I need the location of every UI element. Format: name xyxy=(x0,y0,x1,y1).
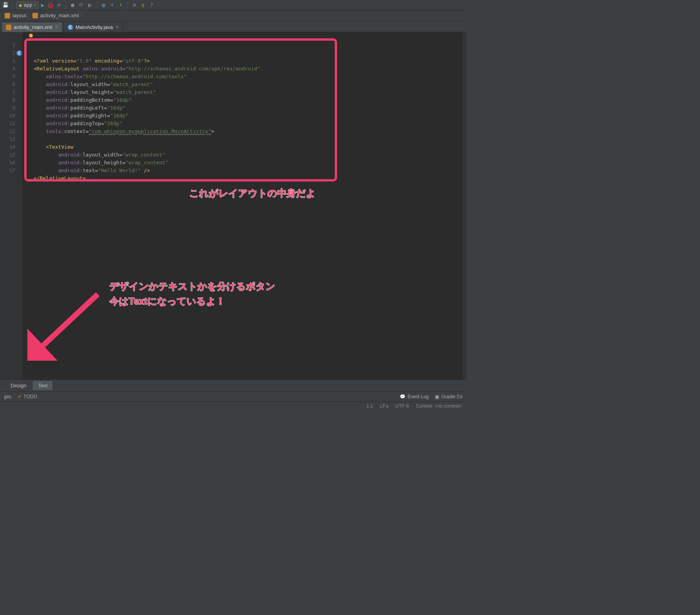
line-number: 1 xyxy=(0,41,22,49)
separator xyxy=(12,2,13,9)
code-token: context= xyxy=(64,128,89,134)
gradle-console-tool[interactable]: ▣ Gradle Co xyxy=(435,394,463,399)
code-token: encoding= xyxy=(92,58,122,64)
breadcrumb-item-layout[interactable]: layout xyxy=(2,12,30,19)
caret-position[interactable]: 1:1 xyxy=(366,403,373,409)
code-token: layout_height= xyxy=(70,89,113,95)
code-token: "16dp" xyxy=(110,113,129,119)
stop-icon[interactable]: ■ xyxy=(70,2,76,8)
code-token: "http://schemas.android.com/tools" xyxy=(83,74,187,79)
breadcrumb: layout activity_main.xml xyxy=(0,10,467,21)
help-icon[interactable]: ? xyxy=(149,2,155,8)
code-token: paddingRight= xyxy=(70,113,110,119)
editor-tab-mainactivity[interactable]: C MainActivity.java ✕ xyxy=(63,22,123,32)
code-token: paddingLeft= xyxy=(70,105,107,111)
code-token: layout_width= xyxy=(83,152,122,158)
todo-tool[interactable]: ✔ TODO xyxy=(18,394,37,399)
run-icon[interactable]: ▶ xyxy=(41,2,44,8)
context-indicator[interactable]: Context: <no context> xyxy=(416,403,462,409)
line-number: 15 xyxy=(0,151,22,159)
folder-icon xyxy=(5,13,10,18)
code-token: android: xyxy=(58,160,83,165)
code-token: "16dp" xyxy=(113,97,132,103)
separator xyxy=(66,2,66,9)
avd-manager-icon[interactable]: ▥ xyxy=(101,2,107,8)
project-structure-icon[interactable]: ⚙ xyxy=(131,2,138,8)
editor-tab-label: MainActivity.java xyxy=(75,24,113,30)
layout-inspector-icon[interactable]: ⬇ xyxy=(118,2,124,8)
code-token: "wrap_content" xyxy=(122,152,165,158)
code-token: /> xyxy=(141,167,150,173)
event-log-tool[interactable]: 💬 Event Log xyxy=(400,394,429,399)
tool-label: Event Log xyxy=(407,394,429,399)
code-token: layout_width= xyxy=(70,81,110,87)
messages-tool[interactable]: ges xyxy=(4,394,11,399)
android-icon: ◆ xyxy=(19,2,22,8)
run-config-label: app xyxy=(23,2,32,8)
java-class-icon: C xyxy=(68,25,73,30)
code-editor[interactable]: 1 2 3 4 5 6 7 8 9 10 11 12 13 14 15 16 1… xyxy=(0,32,467,379)
code-token: xmlns:tools= xyxy=(46,74,83,79)
code-token: android: xyxy=(58,167,83,173)
separator xyxy=(127,2,128,9)
line-number: 17 xyxy=(0,167,22,174)
code-token: xmlns:android= xyxy=(83,66,126,72)
debug-icon[interactable]: 🐞 xyxy=(47,2,54,8)
text-tab[interactable]: Text xyxy=(32,380,53,391)
code-token: "16dp" xyxy=(104,120,122,126)
line-number: 10 xyxy=(0,112,22,120)
line-number: 6 xyxy=(0,81,22,88)
sync-icon[interactable]: ⟳ xyxy=(78,2,84,8)
code-token: android: xyxy=(46,120,70,126)
todo-icon: ✔ xyxy=(18,394,22,399)
code-token: "http://schemas.android.com/apk/res/andr… xyxy=(126,66,260,72)
line-number: 13 xyxy=(0,135,22,143)
warning-icon[interactable] xyxy=(29,34,33,38)
code-area[interactable]: <?xml version="1.0" encoding="utf-8"?> <… xyxy=(23,32,462,379)
editor-tab-label: activity_main.xml xyxy=(14,24,52,30)
error-stripe[interactable] xyxy=(462,32,467,379)
code-token: "com.whispon.myapplication.MainActivity" xyxy=(89,128,211,134)
code-token: android: xyxy=(46,97,70,103)
code-token: "match_parent" xyxy=(113,89,156,95)
code-token: android: xyxy=(46,105,70,111)
code-token: "match_parent" xyxy=(110,81,153,87)
sdk-manager-icon[interactable]: ⬇ xyxy=(109,2,115,8)
tool-window-bar: ges ✔ TODO 💬 Event Log ▣ Gradle Co xyxy=(0,391,467,401)
xml-file-icon xyxy=(32,13,38,18)
run-config-selector[interactable]: ◆ app ▾ xyxy=(16,1,39,9)
breadcrumb-item-file[interactable]: activity_main.xml xyxy=(30,12,83,19)
tool-label: ges xyxy=(4,394,11,399)
line-number: 5 xyxy=(0,73,22,81)
attach-icon[interactable]: ⇉ xyxy=(56,2,62,8)
close-icon[interactable]: ✕ xyxy=(55,25,58,30)
line-number: 8 xyxy=(0,96,22,104)
code-token: android: xyxy=(58,152,83,158)
device-manager-icon[interactable]: ▯ xyxy=(140,2,146,8)
editor-tab-bar: activity_main.xml ✕ C MainActivity.java … xyxy=(0,21,467,32)
line-number: 3 xyxy=(0,57,22,65)
code-token: android: xyxy=(46,81,70,87)
close-icon[interactable]: ✕ xyxy=(115,25,119,30)
line-number: 12 xyxy=(0,128,22,135)
main-toolbar: 💾 ◆ app ▾ ▶ 🐞 ⇉ ■ ⟳ ◧ ▥ ⬇ ⬇ ⚙ ▯ ? xyxy=(0,0,467,10)
code-token: text= xyxy=(83,167,98,173)
line-number: 9 xyxy=(0,104,22,112)
code-token: <?xml version= xyxy=(34,58,77,64)
code-token: ?> xyxy=(144,58,150,64)
editor-tab-activity-main[interactable]: activity_main.xml ✕ xyxy=(2,22,63,32)
code-token: <TextView xyxy=(46,144,73,150)
coverage-icon[interactable]: ◧ xyxy=(87,2,93,8)
line-number: 7 xyxy=(0,88,22,96)
layout-view-tabs: Design Text xyxy=(0,379,467,391)
design-tab[interactable]: Design xyxy=(5,380,32,391)
breadcrumb-label: layout xyxy=(13,13,26,18)
code-token: <RelativeLayout xyxy=(34,66,83,72)
save-all-icon[interactable]: 💾 xyxy=(2,2,9,8)
line-number: 14 xyxy=(0,143,22,151)
code-token: paddingBottom= xyxy=(70,97,113,103)
file-encoding[interactable]: UTF-8 xyxy=(396,403,409,409)
class-marker-icon[interactable]: C xyxy=(16,50,22,56)
terminal-icon: ▣ xyxy=(435,394,439,399)
line-ending[interactable]: LF⇅ xyxy=(380,403,389,409)
